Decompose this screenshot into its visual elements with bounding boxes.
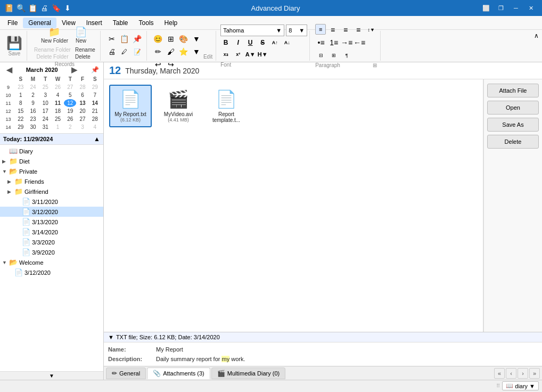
cal-pin-btn[interactable]: 📌 — [91, 66, 99, 74]
color-btn[interactable]: 🎨 — [178, 33, 190, 45]
cal-day[interactable]: 27 — [76, 115, 88, 123]
underline-btn[interactable]: U — [245, 37, 256, 48]
cal-day[interactable]: 12 — [64, 99, 76, 107]
cal-day[interactable]: 1 — [14, 91, 27, 99]
cal-prev-btn[interactable]: ◀ — [4, 66, 14, 74]
highlight-color-btn[interactable]: H▼ — [257, 49, 268, 60]
tree-item-Private[interactable]: ▼📂Private — [0, 166, 103, 176]
align-justify-btn[interactable]: ≡ — [352, 24, 364, 36]
menu-tools[interactable]: Tools — [134, 18, 159, 28]
status-diary[interactable]: 📖 diary ▼ — [502, 381, 539, 390]
tree-item-3-14-2020[interactable]: 📄3/14/2020 — [0, 227, 103, 237]
font-name-select[interactable]: Tahoma ▼ — [220, 24, 284, 36]
align-right-btn[interactable]: ≡ — [340, 24, 351, 36]
tree-item-Friends[interactable]: ▶📁Friends — [0, 176, 103, 186]
cal-day[interactable]: 20 — [76, 107, 88, 115]
paste-btn[interactable]: 📌 — [132, 33, 143, 45]
cal-day[interactable]: 26 — [52, 83, 64, 91]
menu-help[interactable]: Help — [159, 18, 183, 28]
cal-day[interactable]: 28 — [89, 115, 101, 123]
para-mark-btn[interactable]: ¶ — [341, 50, 352, 61]
tree-item-3-12-2020[interactable]: 📄3/12/2020 — [0, 267, 103, 277]
tb-bookmark-icon[interactable]: 🔖 — [52, 4, 60, 12]
expand-btn[interactable]: ▼ — [191, 33, 202, 45]
line-spacing-btn[interactable]: ↕▼ — [365, 24, 377, 36]
tab-multimedia[interactable]: 🎬 Multimedia Diary (0) — [211, 368, 285, 379]
cal-day[interactable]: 30 — [27, 123, 39, 131]
new-btn[interactable]: 📄 New — [71, 25, 91, 45]
cal-day[interactable]: 18 — [52, 107, 64, 115]
tree-item-Welcome[interactable]: ▼📂Welcome — [0, 257, 103, 267]
cal-day[interactable]: 3 — [39, 91, 52, 99]
cal-day[interactable]: 5 — [64, 91, 76, 99]
save-label[interactable]: Save — [9, 51, 21, 56]
action-delete-btn[interactable]: Delete — [487, 135, 539, 149]
today-collapse-btn[interactable]: ▲ — [94, 135, 100, 143]
superscript2-btn[interactable]: x² — [233, 49, 243, 60]
win-restore-btn[interactable]: ⬜ — [479, 3, 493, 13]
cal-day[interactable]: 27 — [64, 83, 76, 91]
win-minimize-btn[interactable]: ─ — [509, 3, 523, 13]
tb-clipboard-icon[interactable]: 📋 — [28, 4, 37, 12]
nav-last-btn[interactable]: » — [529, 368, 540, 379]
info-collapse-btn[interactable]: ▼ — [108, 334, 114, 340]
font-color-btn[interactable]: A▼ — [245, 49, 256, 60]
cal-day[interactable]: 23 — [14, 83, 27, 91]
cal-day[interactable]: 29 — [89, 83, 101, 91]
print-btn[interactable]: 🖨 — [106, 46, 118, 58]
cal-day[interactable]: 6 — [76, 91, 88, 99]
undo-btn[interactable]: ↩ — [152, 59, 164, 70]
nav-first-btn[interactable]: « — [494, 368, 505, 379]
cal-day[interactable]: 8 — [14, 99, 27, 107]
tree-item-3-12-2020[interactable]: 📄3/12/2020 — [0, 207, 103, 217]
win-maximize-btn[interactable]: ❐ — [494, 3, 508, 13]
cal-day[interactable]: 17 — [39, 107, 52, 115]
cal-day[interactable]: 9 — [27, 99, 39, 107]
rename-folder-btn[interactable]: Rename Folder — [32, 46, 72, 53]
format-btn-1[interactable]: 🖊 — [119, 46, 130, 58]
align-center-btn[interactable]: ≡ — [327, 24, 339, 36]
format-btn-2[interactable]: 📝 — [132, 46, 143, 58]
cal-day[interactable]: 13 — [76, 99, 88, 107]
cal-day[interactable]: 29 — [14, 123, 27, 131]
superscript-btn[interactable]: A↑ — [269, 37, 280, 48]
win-close-btn[interactable]: ✕ — [524, 3, 538, 13]
align-left-btn[interactable]: ≡ — [315, 24, 326, 35]
cal-day[interactable]: 24 — [39, 115, 52, 123]
cal-day[interactable]: 3 — [76, 123, 88, 131]
subscript-btn[interactable]: A↓ — [282, 37, 292, 48]
cal-day[interactable]: 31 — [39, 123, 52, 131]
col-btn[interactable]: ⊟ — [315, 50, 327, 61]
tree-item-3-9-2020[interactable]: 📄3/9/2020 — [0, 247, 103, 257]
toolbar-collapse-btn[interactable]: ∧ — [534, 32, 539, 39]
file-item[interactable]: 📄My Report.txt(6.12 KB) — [109, 85, 152, 127]
cal-day[interactable]: 19 — [64, 107, 76, 115]
nav-next-btn[interactable]: › — [518, 368, 528, 379]
redo-btn[interactable]: ↪ — [165, 59, 177, 70]
tb-down-icon[interactable]: ⬇ — [63, 4, 72, 12]
num-list-btn[interactable]: 1≡ — [328, 37, 340, 48]
file-item[interactable]: 📄Report template.t... — [205, 85, 248, 127]
outdent-btn[interactable]: ←≡ — [354, 37, 365, 48]
cal-day[interactable]: 15 — [14, 107, 27, 115]
nav-prev-btn[interactable]: ‹ — [506, 368, 516, 379]
bullet-list-btn[interactable]: •≡ — [315, 37, 327, 48]
tree-item-Diet[interactable]: ▶📁Diet — [0, 156, 103, 166]
cal-day[interactable]: 11 — [52, 99, 64, 107]
cal-day[interactable]: 25 — [39, 83, 52, 91]
tree-item-3-11-2020[interactable]: 📄3/11/2020 — [0, 197, 103, 207]
font-size-select[interactable]: 8 ▼ — [286, 24, 307, 36]
cal-day[interactable]: 4 — [89, 123, 101, 131]
copy-btn[interactable]: 📋 — [119, 33, 130, 45]
tree-item-3-13-2020[interactable]: 📄3/13/2020 — [0, 217, 103, 227]
tb-search-icon[interactable]: 🔍 — [17, 4, 25, 12]
cal-day[interactable]: 21 — [89, 107, 101, 115]
action-open-btn[interactable]: Open — [487, 101, 539, 115]
emoji-btn[interactable]: 😊 — [152, 33, 164, 45]
cal-day[interactable]: 7 — [89, 91, 101, 99]
new-folder-btn[interactable]: 📁 New Folder — [39, 25, 70, 45]
sidebar-scroll-btn[interactable]: ▼ — [0, 371, 103, 380]
delete-btn[interactable]: Delete — [71, 53, 94, 60]
star-btn[interactable]: ⭐ — [178, 46, 190, 58]
cal-day[interactable]: 16 — [27, 107, 39, 115]
